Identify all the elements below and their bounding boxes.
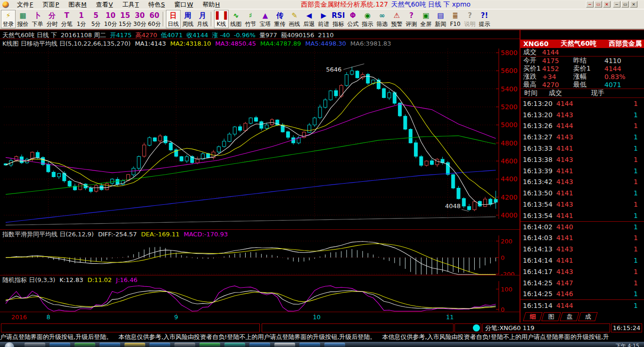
quote-tab-label: 成 xyxy=(585,313,591,321)
toolbar-button-formula[interactable]: Φ公式 xyxy=(346,10,360,28)
quote-tab-细[interactable]: 细 xyxy=(523,312,542,321)
quote-tab-盘[interactable]: 盘 xyxy=(560,312,579,321)
status-box-indicator xyxy=(454,323,481,332)
tick-row: 16:15:1441441 xyxy=(520,299,644,311)
taskbar-app-icon[interactable] xyxy=(299,343,320,347)
toolbar-button-min60[interactable]: 6060分 xyxy=(147,10,162,28)
tips-icon: ?! xyxy=(481,11,488,21)
menu-item-s[interactable]: 特色S xyxy=(143,1,169,8)
taskbar-app-icon[interactable] xyxy=(74,343,95,347)
toolbar-button-tips[interactable]: ?!提示 xyxy=(477,10,492,28)
toolbar-label: 60分 xyxy=(148,21,161,27)
back-icon: ◀ xyxy=(306,11,312,21)
toolbar-button-login[interactable]: ⚡登录 xyxy=(1,10,16,28)
menu-item-v[interactable]: 查看V xyxy=(91,1,118,8)
connection-status-icon xyxy=(473,324,480,331)
taskbar-app-icon[interactable] xyxy=(124,343,145,347)
taskbar-app-icon[interactable] xyxy=(199,343,220,347)
tick-price: 4141 xyxy=(556,234,590,242)
toolbar-button-line-chart[interactable]: ∿线图 xyxy=(229,10,243,28)
quote-value: 4175 xyxy=(542,57,573,65)
quotes-icon: ▦ xyxy=(19,11,26,21)
toolbar-button-fullscreen[interactable]: ▣全屏 xyxy=(419,10,433,28)
toolbar-label: 分笔 xyxy=(61,21,73,27)
peak-annotation: 5646 xyxy=(326,66,341,73)
quote-tab-label: 细 xyxy=(530,313,536,321)
toolbar-button-indicators[interactable]: RSI指标 xyxy=(331,10,346,28)
app-title: 西部贵金属财经分析系统.127 xyxy=(301,0,388,8)
toolbar-label: 周线 xyxy=(182,21,194,27)
taskbar-app-icon[interactable] xyxy=(224,343,245,347)
quote-tab-成[interactable]: 成 xyxy=(578,312,597,321)
toolbar-button-refetch[interactable]: 传重传 xyxy=(272,10,287,28)
toolbar-button-news[interactable]: ▤新闻 xyxy=(433,10,448,28)
quote-label: 昨结 xyxy=(573,56,604,65)
toolbar-button-min5[interactable]: 55分 xyxy=(89,10,103,28)
kline-panel[interactable]: K线图 日移动平均线 日(5,10,22,66,135,270)MA1:4143… xyxy=(0,39,520,229)
quote-tabs: 细图盘成 xyxy=(520,311,644,323)
main-restore-button[interactable]: ▭ xyxy=(621,1,629,8)
indicator-title: 随机指标 日(9,3,3) xyxy=(2,276,55,283)
menu-item-w[interactable]: 窗口W xyxy=(170,1,198,8)
menu-item-m[interactable]: 图表M xyxy=(64,1,91,8)
tick-row: 16:13:2641441 xyxy=(520,121,644,132)
quote-value: 0.83% xyxy=(604,73,644,81)
toolbar-button-screener[interactable]: ∞筛选 xyxy=(375,10,389,28)
toolbar-button-order[interactable]: 卜下单 xyxy=(30,10,45,28)
toolbar-button-monthly[interactable]: 月月线 xyxy=(195,10,210,28)
toolbar-button-kline[interactable]: ▌▐K线 xyxy=(214,10,229,28)
fullscreen-icon: ▣ xyxy=(422,11,429,21)
svg-text:0: 0 xyxy=(501,254,504,261)
toolbar-button-min10[interactable]: 1010分 xyxy=(103,10,118,28)
menu-item-h[interactable]: 帮助H xyxy=(198,1,225,8)
toolbar-label: 提示 xyxy=(479,21,490,27)
tick-time: 16:13:20 xyxy=(520,100,556,107)
kdj-panel[interactable]: 随机指标 日(9,3,3)K:12.83D:11.02J:16.46 1000 xyxy=(0,275,520,312)
menu-item-t[interactable]: 工具T xyxy=(117,1,143,8)
toolbar-button-min1[interactable]: 11分 xyxy=(74,10,89,28)
macd-panel[interactable]: 指数平滑异同平均线 日(26,12,9)DIFF:-254.57DEA:-169… xyxy=(0,229,520,275)
taskbar-app-icon[interactable] xyxy=(324,343,345,347)
main-close-button[interactable]: × xyxy=(630,1,637,8)
toolbar-label: 下单 xyxy=(32,21,43,27)
taskbar-app-icon[interactable] xyxy=(25,343,45,347)
quote-tab-图[interactable]: 图 xyxy=(541,312,561,321)
menu-item-p[interactable]: 页面P xyxy=(38,1,64,8)
quote-tab-label: 图 xyxy=(548,313,554,321)
taskbar-app-icon[interactable] xyxy=(99,343,120,347)
mdi-minimize-button[interactable]: − xyxy=(586,1,594,8)
mdi-restore-button[interactable]: ▭ xyxy=(594,1,602,8)
taskbar-app-icon[interactable] xyxy=(50,343,70,347)
toolbar-button-quotes[interactable]: ▦报价 xyxy=(16,10,30,28)
taskbar-app-icon[interactable] xyxy=(249,343,270,347)
toolbar-button-back[interactable]: ◀后退 xyxy=(302,10,316,28)
tick-row: 16:13:2041441 xyxy=(520,98,644,109)
toolbar-button-weekly[interactable]: 周周线 xyxy=(181,10,195,28)
toolbar-button-draw-line[interactable]: ✎画线 xyxy=(287,10,302,28)
toolbar-button-evaluate[interactable]: ?评测 xyxy=(404,10,419,28)
order-icon: 卜 xyxy=(34,11,41,21)
start-button[interactable] xyxy=(5,342,14,347)
toolbar-button-signals[interactable]: ◉指示 xyxy=(360,10,375,28)
mdi-close-button[interactable]: × xyxy=(603,1,611,8)
toolbar-button-forward[interactable]: ▶前进 xyxy=(316,10,331,28)
main-minimize-button[interactable]: − xyxy=(613,1,620,8)
toolbar-button-tick-chart[interactable]: T分笔 xyxy=(59,10,74,28)
taskbar-app-icon[interactable] xyxy=(174,343,195,347)
indicator-value: J:16.46 xyxy=(116,276,137,283)
axis-month-label: 10 xyxy=(313,314,321,321)
tick-price: 4141 xyxy=(556,145,590,152)
toolbar-button-f10[interactable]: ≣F10 xyxy=(448,10,462,28)
toolbar-button-intraday[interactable]: 分分时 xyxy=(45,10,59,28)
toolbar-button-pagoda[interactable]: ▲宝塔 xyxy=(258,10,272,28)
menu-item-f[interactable]: 文件F xyxy=(12,1,38,8)
toolbar-button-min30[interactable]: 3030分 xyxy=(132,10,147,28)
status-box-mid xyxy=(262,323,454,332)
taskbar-app-icon[interactable] xyxy=(274,343,295,347)
toolbar-button-alerts[interactable]: ⚠预警 xyxy=(389,10,404,28)
toolbar-button-bamboo[interactable]: ♯竹节 xyxy=(243,10,258,28)
toolbar-button-daily[interactable]: 日日线 xyxy=(166,10,181,28)
taskbar-app-icon[interactable] xyxy=(149,343,170,347)
toolbar-label: 10分 xyxy=(104,21,117,27)
toolbar-button-min15[interactable]: 1515分 xyxy=(118,10,132,28)
